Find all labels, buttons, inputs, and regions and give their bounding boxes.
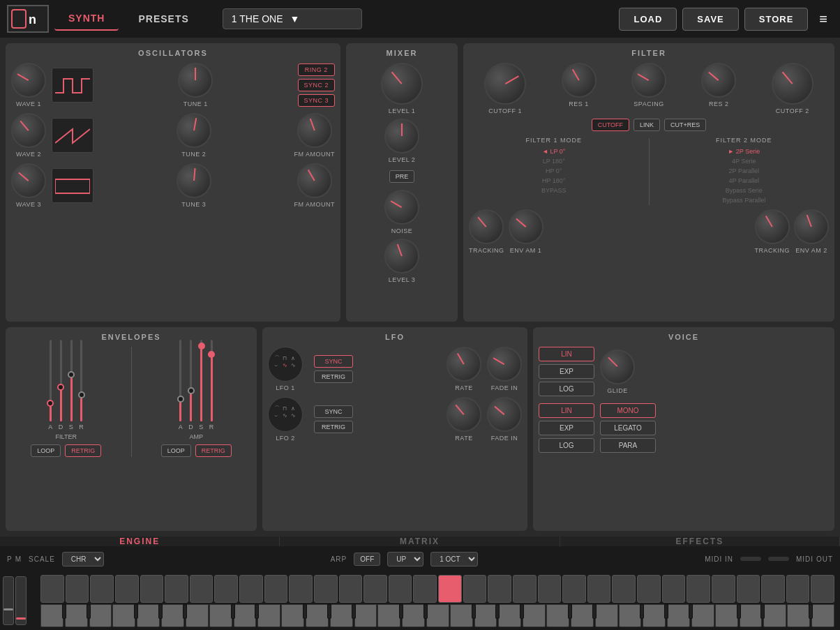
step-button-5[interactable] bbox=[140, 575, 164, 603]
piano-key-17[interactable] bbox=[281, 604, 304, 627]
para-button[interactable]: PARA bbox=[600, 438, 656, 453]
filter-s-slider[interactable]: S bbox=[69, 340, 74, 430]
filter2-4pserie[interactable]: 4P Serie bbox=[659, 156, 830, 166]
level2-knob[interactable] bbox=[384, 119, 419, 153]
piano-key-14[interactable] bbox=[234, 604, 257, 627]
piano-key-7[interactable] bbox=[137, 604, 160, 627]
piano-key-53[interactable] bbox=[787, 604, 810, 627]
level1-knob[interactable] bbox=[381, 63, 423, 105]
step-button-25[interactable] bbox=[637, 575, 661, 603]
tab-engine[interactable]: ENGINE bbox=[0, 537, 280, 546]
sync2-button[interactable]: SYNC 2 bbox=[298, 79, 336, 91]
piano-key-2[interactable] bbox=[65, 604, 88, 627]
amp-loop-button[interactable]: LOOP bbox=[161, 444, 191, 457]
legato-button[interactable]: LEGATO bbox=[600, 421, 656, 435]
piano-key-55[interactable] bbox=[811, 604, 834, 627]
res2-knob[interactable] bbox=[701, 63, 736, 98]
step-button-20[interactable] bbox=[513, 575, 537, 603]
step-button-26[interactable] bbox=[662, 575, 686, 603]
piano-key-37[interactable] bbox=[568, 604, 572, 620]
piano-key-30[interactable] bbox=[472, 604, 476, 620]
filter-r-slider[interactable]: R bbox=[79, 340, 84, 430]
piano-key-34[interactable] bbox=[520, 604, 524, 620]
filter1-lp0[interactable]: ◄ LP 0° bbox=[469, 147, 639, 156]
step-button-29[interactable] bbox=[737, 575, 760, 603]
step-button-28[interactable] bbox=[712, 575, 735, 603]
piano-key-47[interactable] bbox=[691, 604, 714, 627]
piano-key-18[interactable] bbox=[303, 604, 307, 620]
lfo2-retrig-button[interactable]: RETRIG bbox=[314, 421, 353, 433]
amp-a-slider[interactable]: A bbox=[179, 340, 183, 430]
filter1-hp0[interactable]: HP 0° bbox=[469, 166, 639, 176]
step-button-31[interactable] bbox=[786, 575, 810, 603]
piano-key-36[interactable] bbox=[546, 604, 569, 627]
step-button-7[interactable] bbox=[190, 575, 213, 603]
log1-button[interactable]: LOG bbox=[539, 382, 594, 396]
piano-key-51[interactable] bbox=[760, 604, 765, 620]
filter-retrig-button[interactable]: RETRIG bbox=[65, 444, 101, 457]
piano-key-21[interactable] bbox=[330, 604, 353, 627]
lfo1-retrig-button[interactable]: RETRIG bbox=[314, 370, 353, 383]
wave3-knob[interactable] bbox=[11, 163, 46, 198]
filter-d-slider[interactable]: D bbox=[59, 340, 63, 430]
piano-key-39[interactable] bbox=[592, 604, 597, 620]
piano-key-48[interactable] bbox=[715, 604, 738, 627]
piano-key-25[interactable] bbox=[399, 604, 403, 620]
piano-key-32[interactable] bbox=[495, 604, 500, 620]
piano-key-16[interactable] bbox=[257, 604, 280, 627]
amp-retrig-button[interactable]: RETRIG bbox=[195, 444, 232, 457]
tune3-knob[interactable] bbox=[177, 163, 211, 198]
tracking2-knob[interactable] bbox=[755, 209, 790, 244]
tracking1-knob[interactable] bbox=[469, 209, 504, 244]
lfo2-rate-knob[interactable] bbox=[447, 397, 481, 432]
amp-r-slider[interactable]: R bbox=[209, 340, 214, 430]
step-button-9[interactable] bbox=[239, 575, 263, 603]
step-button-8[interactable] bbox=[214, 575, 238, 603]
lfo2-fadein-knob[interactable] bbox=[487, 397, 522, 432]
envam2-knob[interactable] bbox=[794, 209, 829, 244]
piano-key-29[interactable] bbox=[450, 604, 473, 627]
piano-key-12[interactable] bbox=[209, 604, 232, 627]
piano-key-54[interactable] bbox=[809, 604, 813, 620]
tune1-knob[interactable] bbox=[178, 63, 213, 98]
piano-key-1[interactable] bbox=[62, 604, 66, 620]
piano-key-28[interactable] bbox=[426, 604, 449, 627]
fm2-knob[interactable] bbox=[297, 163, 332, 198]
cutres-button[interactable]: CUT+RES bbox=[664, 119, 706, 131]
step-button-1[interactable] bbox=[40, 575, 64, 603]
arp-oct-select[interactable]: 1 OCT bbox=[430, 552, 478, 567]
tune2-knob[interactable] bbox=[177, 113, 211, 148]
glide-knob[interactable] bbox=[600, 350, 635, 384]
cutoff2-knob[interactable] bbox=[772, 63, 813, 105]
scale-select[interactable]: CHR bbox=[62, 552, 104, 567]
lfo2-sync-button[interactable]: SYNC bbox=[314, 405, 353, 418]
piano-key-52[interactable] bbox=[763, 604, 786, 627]
piano-key-27[interactable] bbox=[423, 604, 428, 620]
cutoff-button[interactable]: CUTOFF bbox=[592, 119, 629, 131]
lfo1-waveform[interactable]: ⌒ ⌣ ⊓ ∿ ∧ ∿ bbox=[268, 347, 303, 382]
step-button-11[interactable] bbox=[289, 575, 313, 603]
step-button-13[interactable] bbox=[339, 575, 363, 603]
piano-key-5[interactable] bbox=[112, 604, 135, 627]
level3-knob[interactable] bbox=[384, 239, 419, 273]
step-button-3[interactable] bbox=[90, 575, 114, 603]
piano-key-35[interactable] bbox=[523, 604, 546, 627]
piano-key-11[interactable] bbox=[186, 604, 209, 627]
preset-dropdown[interactable]: 1 THE ONE ▼ bbox=[223, 8, 362, 29]
lfo1-rate-knob[interactable] bbox=[447, 347, 481, 382]
piano-key-38[interactable] bbox=[571, 604, 594, 627]
piano-key-31[interactable] bbox=[474, 604, 497, 627]
filter-a-slider[interactable]: A bbox=[48, 340, 53, 430]
piano-key-0[interactable] bbox=[40, 604, 63, 627]
amp-s-slider[interactable]: S bbox=[199, 340, 204, 430]
piano-key-46[interactable] bbox=[689, 604, 693, 620]
piano-key-50[interactable] bbox=[740, 604, 763, 627]
synth-tab[interactable]: SYNTH bbox=[54, 7, 119, 31]
log2-button[interactable]: LOG bbox=[539, 438, 594, 453]
wave1-knob[interactable] bbox=[11, 63, 46, 98]
piano-key-41[interactable] bbox=[619, 604, 642, 627]
filter2-bypassserie[interactable]: Bypass Serie bbox=[659, 186, 830, 195]
tab-effects[interactable]: EFFECTS bbox=[560, 537, 840, 546]
filter1-hp180[interactable]: HP 180° bbox=[469, 176, 639, 186]
piano-key-40[interactable] bbox=[595, 604, 618, 627]
